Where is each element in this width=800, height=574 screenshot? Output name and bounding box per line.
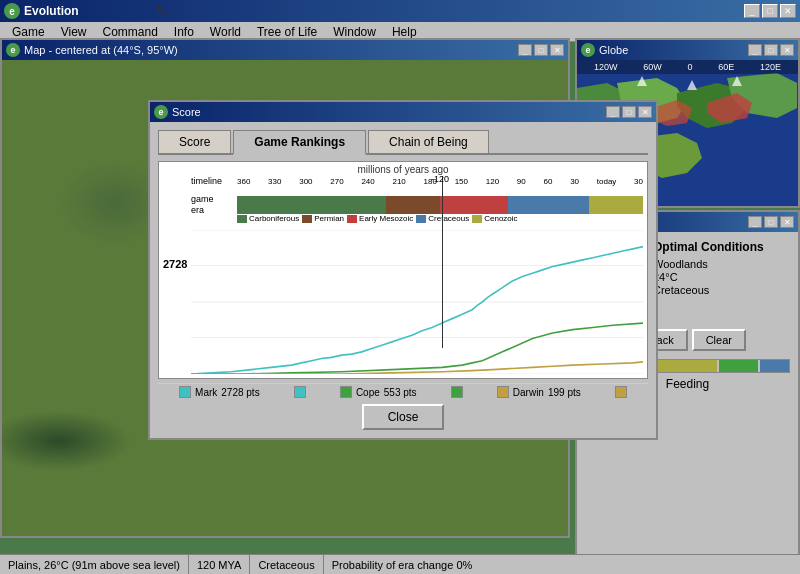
globe-label-120e: 120E xyxy=(760,62,781,72)
score-close-dialog-button[interactable]: Close xyxy=(362,404,445,430)
legend-darwin-label: Darwin xyxy=(513,387,544,398)
tick-today: today xyxy=(597,177,617,186)
status-bar: Plains, 26°C (91m above sea level) 120 M… xyxy=(0,554,800,574)
legend-darwin-box2 xyxy=(615,386,627,398)
legend-cretaceous-label: Cretaceous xyxy=(428,214,469,223)
era-row-label: gameera xyxy=(191,194,237,216)
score-minimize-button[interactable]: _ xyxy=(606,106,620,118)
legend-cope-label: Cope xyxy=(356,387,380,398)
tick-30: 30 xyxy=(570,177,579,186)
tab-game-rankings[interactable]: Game Rankings xyxy=(233,130,366,155)
tick-300: 300 xyxy=(299,177,312,186)
globe-label-120w: 120W xyxy=(594,62,618,72)
legend-darwin-color xyxy=(497,386,509,398)
legend-mark: Mark 2728 pts xyxy=(179,386,260,398)
legend-early-mesozoic-label: Early Mesozoic xyxy=(359,214,413,223)
legend-mark-box2 xyxy=(294,386,306,398)
status-era-text: Cretaceous xyxy=(258,559,314,571)
globe-window-icon: e xyxy=(581,43,595,57)
era-row: gameera xyxy=(191,194,643,216)
score-close-button[interactable]: ✕ xyxy=(638,106,652,118)
legend-cope-box2 xyxy=(451,386,463,398)
timeline-row: timeline 360 330 300 270 240 210 180 150… xyxy=(191,176,643,186)
globe-label-60w: 60W xyxy=(643,62,662,72)
timeline-label: timeline xyxy=(191,176,237,186)
globe-minimize-button[interactable]: _ xyxy=(748,44,762,56)
tick-330: 330 xyxy=(268,177,281,186)
score-tabs: Score Game Rankings Chain of Being xyxy=(158,130,648,155)
map-window-buttons: _ □ ✕ xyxy=(518,44,564,56)
command-maximize-button[interactable]: □ xyxy=(764,216,778,228)
legend-darwin: Darwin 199 pts xyxy=(497,386,581,398)
globe-label-60e: 60E xyxy=(718,62,734,72)
marker-label: -120 xyxy=(431,174,449,184)
score-dialog-content: Score Game Rankings Chain of Being milli… xyxy=(150,122,656,438)
legend-carboniferous-label: Carboniferous xyxy=(249,214,299,223)
tick-120: 120 xyxy=(486,177,499,186)
tick-150: 150 xyxy=(455,177,468,186)
legend-cope-score: 553 pts xyxy=(384,387,417,398)
status-mya-text: 120 MYA xyxy=(197,559,241,571)
command-close-button[interactable]: ✕ xyxy=(780,216,794,228)
era-cenozoic xyxy=(589,196,643,214)
tick-60: 60 xyxy=(543,177,552,186)
optimal-era: Cretaceous xyxy=(653,284,764,296)
globe-labels: 120W 60W 0 60E 120E xyxy=(577,60,798,74)
status-terrain: Plains, 26°C (91m above sea level) xyxy=(0,555,189,574)
era-cretaceous xyxy=(508,196,589,214)
legend-permian-color xyxy=(302,215,312,223)
tick-90: 90 xyxy=(517,177,526,186)
globe-close-button[interactable]: ✕ xyxy=(780,44,794,56)
legend-cenozoic-color xyxy=(472,215,482,223)
globe-label-0: 0 xyxy=(687,62,692,72)
era-permian xyxy=(386,196,440,214)
map-close-button[interactable]: ✕ xyxy=(550,44,564,56)
clear-button[interactable]: Clear xyxy=(692,329,746,351)
marker-line xyxy=(442,176,443,348)
minimize-button[interactable]: _ xyxy=(744,4,760,18)
score-dialog-buttons: _ □ ✕ xyxy=(606,106,652,118)
legend-mark-color xyxy=(179,386,191,398)
legend-permian: Permian xyxy=(302,214,344,223)
legend-mark-label: Mark xyxy=(195,387,217,398)
score-maximize-button[interactable]: □ xyxy=(622,106,636,118)
tick-210: 210 xyxy=(392,177,405,186)
legend-carboniferous-color xyxy=(237,215,247,223)
score-dialog-icon: e xyxy=(154,105,168,119)
era-early-mesozoic xyxy=(440,196,508,214)
map-minimize-button[interactable]: _ xyxy=(518,44,532,56)
legend-cope: Cope 553 pts xyxy=(340,386,417,398)
map-maximize-button[interactable]: □ xyxy=(534,44,548,56)
score-legend: Mark 2728 pts Cope 553 pts Darwin 199 pt… xyxy=(158,383,648,400)
status-mya: 120 MYA xyxy=(189,555,250,574)
map-window-title: Map - centered at (44°S, 95°W) xyxy=(24,44,514,56)
tick-270: 270 xyxy=(330,177,343,186)
app-icon: e xyxy=(4,3,20,19)
score-value-label: 2728 xyxy=(163,258,187,270)
tick-240: 240 xyxy=(361,177,374,186)
tick-future: 30 xyxy=(634,177,643,186)
optimal-conditions-panel: Optimal Conditions Woodlands 24°C Cretac… xyxy=(653,240,764,297)
tab-score[interactable]: Score xyxy=(158,130,231,153)
chart-container: millions of years ago timeline 360 330 3… xyxy=(158,161,648,379)
command-minimize-button[interactable]: _ xyxy=(748,216,762,228)
close-button[interactable]: ✕ xyxy=(780,4,796,18)
globe-maximize-button[interactable]: □ xyxy=(764,44,778,56)
map-title-bar: e Map - centered at (44°S, 95°W) _ □ ✕ xyxy=(2,40,568,60)
legend-cenozoic: Cenozoic xyxy=(472,214,517,223)
chart-subtitle: millions of years ago xyxy=(159,164,647,175)
era-legend: Carboniferous Permian Early Mesozoic Cre… xyxy=(237,214,643,223)
legend-cenozoic-label: Cenozoic xyxy=(484,214,517,223)
legend-cope-color xyxy=(340,386,352,398)
optimal-conditions-title: Optimal Conditions xyxy=(653,240,764,254)
legend-mark-score: 2728 pts xyxy=(221,387,259,398)
status-era: Cretaceous xyxy=(250,555,323,574)
era-carboniferous xyxy=(237,196,386,214)
title-bar-buttons: _ □ ✕ xyxy=(744,4,796,18)
feeding-bar-yellow xyxy=(658,360,717,372)
tab-chain-of-being[interactable]: Chain of Being xyxy=(368,130,489,153)
status-probability: Probability of era change 0% xyxy=(324,555,800,574)
tick-360: 360 xyxy=(237,177,250,186)
legend-darwin-score: 199 pts xyxy=(548,387,581,398)
maximize-button[interactable]: □ xyxy=(762,4,778,18)
